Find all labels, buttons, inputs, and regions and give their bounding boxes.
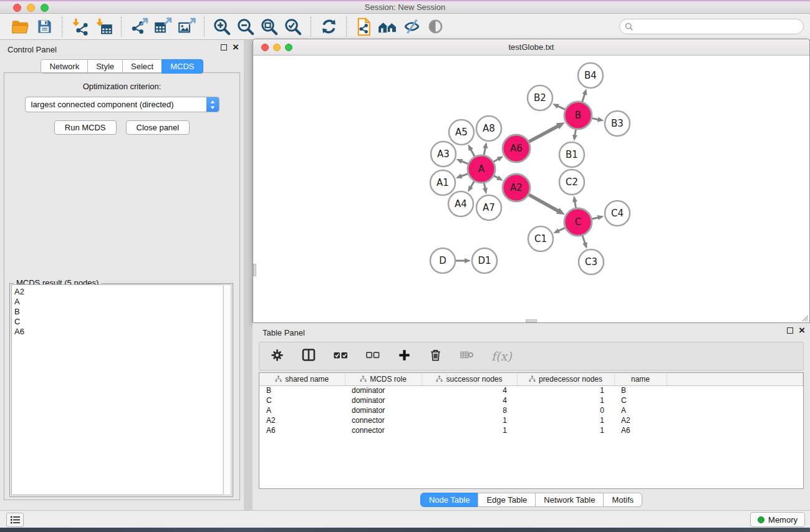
graph-edge-A-A1[interactable] [456,174,468,179]
maximize-window-button[interactable] [41,4,49,12]
tab-motifs[interactable]: Motifs [603,493,642,507]
graph-node-B3[interactable]: B3 [605,111,630,136]
zoom-selected-button[interactable] [281,16,305,38]
graph-edge-A-A2[interactable] [494,175,503,180]
column-header-predecessor-nodes[interactable]: predecessor nodes [517,373,614,385]
graph-node-B[interactable]: B [564,102,592,129]
table-cell[interactable]: C [614,395,667,405]
task-history-button[interactable] [6,513,24,527]
tab-network[interactable]: Network [41,59,88,74]
add-column-button[interactable] [397,348,412,365]
graph-node-D1[interactable]: D1 [472,248,497,273]
graph-edge-A-A5[interactable] [468,144,475,156]
graph-node-D[interactable]: D [430,248,455,273]
graph-edge-C-C3[interactable] [582,236,587,249]
column-header-shared-name[interactable]: shared name [259,373,345,385]
eye-button[interactable] [423,16,447,38]
save-session-button[interactable] [32,16,56,38]
table-cell[interactable]: connector [345,415,422,425]
table-cell[interactable]: 1 [517,395,614,405]
float-table-panel-icon[interactable] [787,327,793,334]
table-cell[interactable]: 4 [422,385,517,395]
mcds-result-item[interactable]: B [14,307,223,317]
table-cell[interactable]: 1 [517,385,614,395]
memory-button[interactable]: Memory [750,512,805,527]
table-cell[interactable]: A2 [614,415,667,425]
zoom-in-button[interactable] [210,16,234,38]
tab-style[interactable]: Style [87,59,123,74]
open-session-button[interactable] [9,16,32,38]
table-cell[interactable]: 1 [517,425,614,435]
table-cell[interactable]: A [614,405,667,415]
search-input[interactable] [637,22,798,31]
zoom-fit-button[interactable] [258,16,281,38]
minimize-window-button[interactable] [27,4,35,12]
resize-grip-icon[interactable] [800,313,809,322]
export-image-button[interactable] [175,16,198,38]
left-splitter-handle[interactable] [253,264,256,276]
search-box[interactable] [619,19,804,34]
graph-node-A7[interactable]: A7 [476,195,501,220]
graph-edge-B-B1[interactable] [572,130,577,142]
graph-edge-B-B3[interactable] [592,117,604,122]
graph-node-C2[interactable]: C2 [559,170,584,195]
import-network-button[interactable] [68,16,92,38]
mcds-result-item[interactable]: A [14,297,223,307]
network-window-titlebar[interactable]: testGlobe.txt [253,39,809,56]
table-cell[interactable]: dominator [345,395,422,405]
apply-function-button[interactable]: f(x) [491,349,512,363]
graph-node-B2[interactable]: B2 [528,85,552,110]
zoom-out-button[interactable] [234,16,258,38]
graph-node-B4[interactable]: B4 [578,63,603,88]
show-columns-button[interactable] [301,347,316,365]
table-row[interactable]: Bdominator41B [259,385,803,395]
refresh-button[interactable] [317,16,340,38]
table-cell[interactable]: 1 [422,425,517,435]
graph-node-A2[interactable]: A2 [503,174,530,201]
graph-node-C3[interactable]: C3 [579,249,604,274]
network-minimize-button[interactable] [273,44,281,51]
graph-edge-D-D1[interactable] [456,258,471,263]
graph-node-A3[interactable]: A3 [431,142,456,167]
criterion-select[interactable]: largest connected component (directed) [25,97,219,112]
column-header-name[interactable]: name [614,373,667,385]
graph-node-C[interactable]: C [564,208,592,236]
table-row[interactable]: A6connector11A6 [259,425,803,435]
tab-mcds[interactable]: MCDS [162,59,203,74]
table-cell[interactable]: B [259,385,345,395]
export-network-button[interactable] [127,16,151,38]
table-cell[interactable]: 8 [422,405,517,415]
table-row[interactable]: Adominator80A [259,405,803,415]
table-cell[interactable]: A6 [259,425,345,435]
export-table-button[interactable] [151,16,175,38]
table-cell[interactable]: A2 [259,415,345,425]
table-row[interactable]: Cdominator41C [259,395,803,405]
import-table-button[interactable] [92,16,115,38]
column-header-MCDS-role[interactable]: MCDS role [345,373,422,385]
network-close-button[interactable] [261,44,269,51]
hide-eye-button[interactable] [400,16,423,38]
tab-node-table[interactable]: Node Table [420,493,479,507]
tab-edge-table[interactable]: Edge Table [478,493,536,507]
graph-edge-B-B4[interactable] [582,89,587,102]
table-cell[interactable]: 1 [422,415,517,425]
mcds-result-item[interactable]: A6 [14,327,223,337]
graph-edge-A2-C[interactable] [529,195,565,215]
table-cell[interactable]: dominator [345,385,422,395]
table-cell[interactable]: C [259,395,345,405]
tab-network-table[interactable]: Network Table [535,493,604,507]
network-maximize-button[interactable] [285,44,292,51]
open-network-file-button[interactable] [352,16,376,38]
graph-edge-A-A8[interactable] [483,142,488,155]
graph-edge-A-A3[interactable] [456,159,468,164]
network-canvas[interactable]: B4B2BB3A5A8A6B1A3AC2A1A2A4A7C4CC1C3DD1 [253,56,809,322]
graph-node-B1[interactable]: B1 [559,142,584,167]
delete-columns-button[interactable] [428,348,443,365]
graph-edge-C-C2[interactable] [572,196,577,208]
graph-edge-A-A6[interactable] [494,156,504,162]
graph-node-A1[interactable]: A1 [430,170,455,195]
table-settings-button[interactable] [270,348,284,365]
graph-node-C1[interactable]: C1 [528,226,553,251]
graph-node-A5[interactable]: A5 [449,120,474,145]
table-cell[interactable]: 1 [517,415,614,425]
